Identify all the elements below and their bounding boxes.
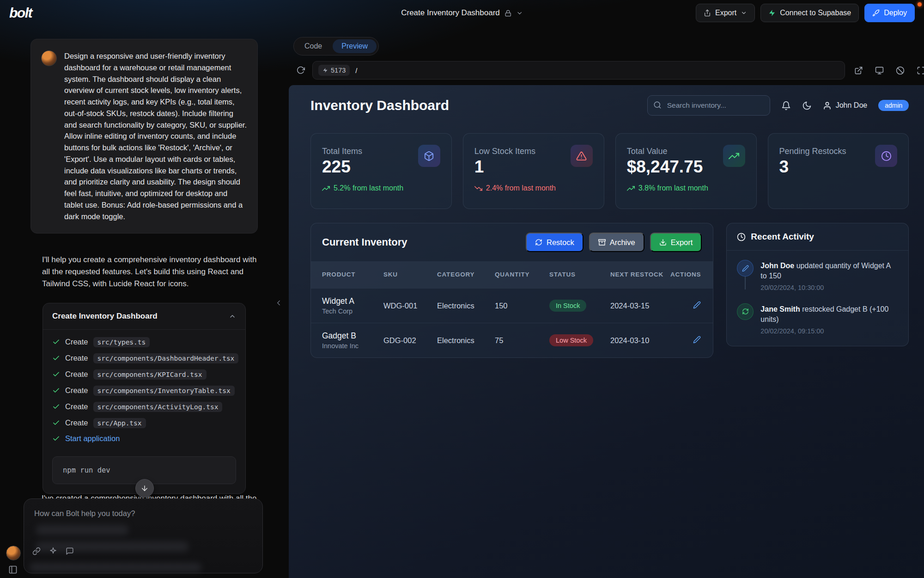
- scroll-to-bottom-button[interactable]: [135, 479, 154, 498]
- dark-mode-toggle-icon[interactable]: [802, 101, 812, 111]
- kpi-label: Total Items: [322, 145, 362, 156]
- artifact-step: Create src/components/KPICard.tsx: [52, 369, 236, 380]
- tab-preview[interactable]: Preview: [333, 39, 377, 53]
- export-button[interactable]: Export: [696, 4, 755, 22]
- step-file[interactable]: src/components/KPICard.tsx: [93, 369, 207, 380]
- chevron-up-icon[interactable]: [229, 313, 236, 320]
- cell-sku: WDG-001: [383, 301, 437, 310]
- assistant-intro-text: I'll help you create a comprehensive inv…: [42, 254, 257, 289]
- product-name: Widget A: [322, 296, 383, 306]
- attach-link-icon[interactable]: [32, 547, 41, 555]
- device-preview-icon[interactable]: [872, 63, 887, 78]
- reload-icon[interactable]: [293, 63, 308, 78]
- search-input[interactable]: [647, 95, 770, 116]
- table-row[interactable]: Widget A Tech Corp WDG-001 Electronics 1…: [311, 288, 713, 323]
- table-row[interactable]: Gadget B Innovate Inc GDG-002 Electronic…: [311, 323, 713, 357]
- step-file[interactable]: src/components/InventoryTable.tsx: [93, 386, 235, 396]
- address-bar[interactable]: 5173 /: [312, 61, 845, 80]
- product-name: Gadget B: [322, 331, 383, 341]
- chat-mode-icon[interactable]: [66, 547, 74, 555]
- cell-category: Electronics: [437, 301, 495, 310]
- step-file[interactable]: src/components/DashboardHeader.tsx: [93, 353, 239, 363]
- step-action: Create: [65, 418, 88, 427]
- artifact-step: Create src/components/DashboardHeader.ts…: [52, 353, 236, 363]
- restock-icon: [737, 303, 754, 320]
- open-external-icon[interactable]: [851, 63, 866, 78]
- chat-panel: Design a responsive and user-friendly in…: [0, 26, 289, 578]
- port-badge: 5173: [318, 65, 350, 76]
- package-icon: [418, 145, 440, 167]
- bolt-logo[interactable]: bolt: [9, 5, 32, 21]
- activity-time: 20/02/2024, 10:30:00: [760, 284, 898, 291]
- chat-messages: Design a responsive and user-friendly in…: [30, 39, 258, 494]
- status-badge: In Stock: [549, 300, 586, 312]
- cell-category: Electronics: [437, 336, 495, 345]
- start-application-link[interactable]: Start application: [65, 434, 120, 443]
- connect-supabase-label: Connect to Supabase: [780, 9, 851, 17]
- cell-quantity[interactable]: 150: [495, 301, 549, 310]
- search-icon: [653, 101, 662, 109]
- kpi-card-pending-restocks: Pending Restocks 3: [768, 133, 909, 209]
- connect-supabase-button[interactable]: Connect to Supabase: [760, 4, 859, 22]
- check-icon: [52, 419, 60, 427]
- artifact-step: Create src/components/ActivityLog.tsx: [52, 402, 236, 412]
- sidebar-toggle-icon[interactable]: [8, 565, 18, 574]
- kpi-trend-text: 5.2% from last month: [334, 184, 403, 192]
- export-data-button[interactable]: Export: [650, 233, 702, 252]
- account-avatar[interactable]: [6, 546, 21, 560]
- role-badge: admin: [878, 100, 909, 111]
- archive-button[interactable]: Archive: [589, 233, 644, 252]
- redacted-text: [36, 525, 128, 535]
- status-badge: Low Stock: [549, 334, 593, 346]
- column-quantity: Quantity: [495, 271, 549, 279]
- chevron-down-icon: [516, 10, 523, 17]
- trending-up-icon: [723, 145, 745, 167]
- kpi-row: Total Items 225 5.2% from last month: [289, 119, 924, 209]
- step-file[interactable]: src/components/ActivityLog.tsx: [93, 402, 223, 412]
- column-actions: Actions: [670, 271, 713, 279]
- artifact-header[interactable]: Create Inventory Dashboard: [43, 303, 245, 330]
- step-action: Create: [65, 386, 88, 395]
- chevron-down-icon: [741, 10, 747, 16]
- restock-button[interactable]: Restock: [526, 233, 584, 252]
- user-icon: [823, 101, 832, 110]
- step-file[interactable]: src/types.ts: [93, 337, 150, 347]
- enhance-prompt-icon[interactable]: [49, 547, 57, 555]
- column-product: Product: [311, 271, 383, 279]
- step-file[interactable]: src/App.tsx: [93, 418, 146, 428]
- tab-code[interactable]: Code: [296, 39, 331, 53]
- inspector-toggle-icon[interactable]: [893, 63, 907, 78]
- deploy-label: Deploy: [884, 9, 907, 17]
- project-title-menu[interactable]: Create Inventory Dashboard: [401, 0, 523, 26]
- activity-actor: John Doe: [760, 262, 794, 270]
- fullscreen-icon[interactable]: [914, 63, 924, 78]
- column-category: Category: [437, 271, 495, 279]
- download-icon: [659, 239, 667, 246]
- export-data-label: Export: [671, 238, 693, 247]
- cell-quantity[interactable]: 75: [495, 336, 549, 345]
- inventory-table-card: Current Inventory Restock: [310, 223, 713, 358]
- edit-icon[interactable]: [693, 301, 701, 309]
- zap-icon: [322, 68, 328, 73]
- kpi-value: 225: [322, 157, 362, 177]
- alert-triangle-icon: [571, 145, 593, 167]
- artifact-title: Create Inventory Dashboard: [52, 312, 158, 321]
- activity-actor: Jane Smith: [760, 305, 800, 313]
- restock-label: Restock: [547, 238, 574, 247]
- recent-activity-card: Recent Activity John Doe updated quantit…: [726, 223, 909, 346]
- trending-up-icon: [627, 184, 635, 192]
- app-preview: Inventory Dashboard: [289, 85, 924, 578]
- port-number: 5173: [331, 67, 346, 74]
- chat-input-panel: [24, 498, 263, 573]
- deploy-button[interactable]: Deploy: [864, 4, 915, 22]
- user-menu[interactable]: John Doe: [823, 101, 868, 110]
- edit-icon[interactable]: [693, 336, 701, 344]
- refresh-icon: [535, 239, 542, 246]
- bell-icon[interactable]: [781, 101, 791, 111]
- url-path: /: [355, 67, 357, 74]
- activity-text: John Doe updated quantity of Widget A to…: [760, 260, 898, 282]
- check-icon: [52, 435, 60, 443]
- activity-item: John Doe updated quantity of Widget A to…: [737, 260, 898, 291]
- collapse-chat-handle[interactable]: [274, 299, 283, 307]
- activity-time: 20/02/2024, 09:15:00: [760, 327, 898, 335]
